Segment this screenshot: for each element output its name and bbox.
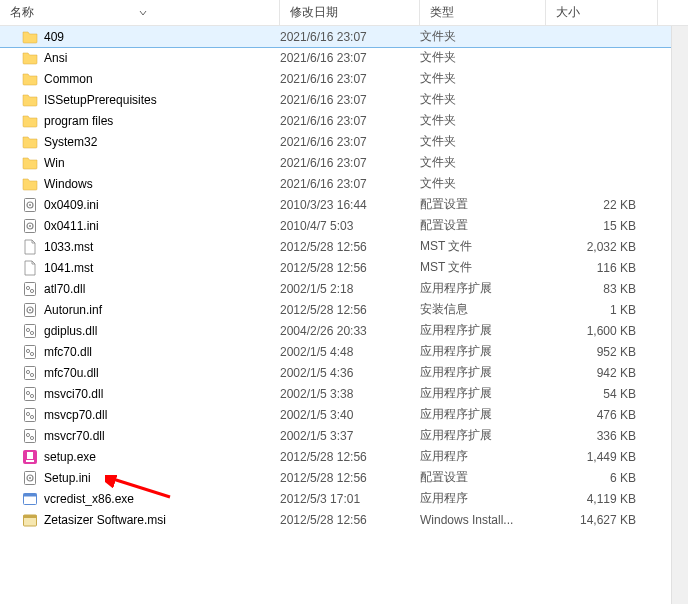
file-row[interactable]: 0x0411.ini2010/4/7 5:03配置设置15 KB xyxy=(0,215,688,236)
file-list: 4092021/6/16 23:07文件夹Ansi2021/6/16 23:07… xyxy=(0,26,688,530)
file-type-cell: 应用程序扩展 xyxy=(420,427,546,444)
file-date-cell: 2012/5/28 12:56 xyxy=(280,261,420,275)
svg-rect-21 xyxy=(25,387,36,400)
file-type-cell: 配置设置 xyxy=(420,469,546,486)
header-name[interactable]: 名称 xyxy=(0,0,280,25)
file-row[interactable]: atl70.dll2002/1/5 2:18应用程序扩展83 KB xyxy=(0,278,688,299)
file-type-cell: 应用程序扩展 xyxy=(420,280,546,297)
file-name-label: 1041.mst xyxy=(44,261,93,275)
file-size-cell: 15 KB xyxy=(546,219,646,233)
file-date-cell: 2012/5/3 17:01 xyxy=(280,492,420,506)
file-row[interactable]: vcredist_x86.exe2012/5/3 17:01应用程序4,119 … xyxy=(0,488,688,509)
vertical-scrollbar[interactable] xyxy=(671,26,688,604)
file-row[interactable]: Windows2021/6/16 23:07文件夹 xyxy=(0,173,688,194)
file-row[interactable]: gdiplus.dll2004/2/26 20:33应用程序扩展1,600 KB xyxy=(0,320,688,341)
chevron-down-icon[interactable] xyxy=(139,9,147,17)
file-type-cell: MST 文件 xyxy=(420,238,546,255)
file-name-label: program files xyxy=(44,114,113,128)
file-row[interactable]: mfc70.dll2002/1/5 4:48应用程序扩展952 KB xyxy=(0,341,688,362)
file-size-cell: 116 KB xyxy=(546,261,646,275)
file-date-cell: 2021/6/16 23:07 xyxy=(280,177,420,191)
header-size[interactable]: 大小 xyxy=(546,0,658,25)
file-size-cell: 14,627 KB xyxy=(546,513,646,527)
file-date-cell: 2021/6/16 23:07 xyxy=(280,93,420,107)
file-row[interactable]: Zetasizer Software.msi2012/5/28 12:56Win… xyxy=(0,509,688,530)
file-size-cell: 54 KB xyxy=(546,387,646,401)
file-date-cell: 2021/6/16 23:07 xyxy=(280,30,420,44)
file-type-cell: 文件夹 xyxy=(420,154,546,171)
file-name-label: msvci70.dll xyxy=(44,387,103,401)
svg-rect-12 xyxy=(25,324,36,337)
file-size-cell: 476 KB xyxy=(546,408,646,422)
ini-icon xyxy=(22,218,38,234)
file-row[interactable]: mfc70u.dll2002/1/5 4:36应用程序扩展942 KB xyxy=(0,362,688,383)
file-icon xyxy=(22,260,38,276)
file-name-label: Win xyxy=(44,156,65,170)
file-row[interactable]: ISSetupPrerequisites2021/6/16 23:07文件夹 xyxy=(0,89,688,110)
file-row[interactable]: 4092021/6/16 23:07文件夹 xyxy=(0,26,688,47)
svg-point-35 xyxy=(29,477,31,479)
file-date-cell: 2012/5/28 12:56 xyxy=(280,303,420,317)
file-date-cell: 2004/2/26 20:33 xyxy=(280,324,420,338)
file-name-label: gdiplus.dll xyxy=(44,324,97,338)
setup-icon xyxy=(22,449,38,465)
file-type-cell: 文件夹 xyxy=(420,133,546,150)
file-row[interactable]: Ansi2021/6/16 23:07文件夹 xyxy=(0,47,688,68)
ini-icon xyxy=(22,470,38,486)
file-type-cell: 文件夹 xyxy=(420,91,546,108)
file-row[interactable]: msvcr70.dll2002/1/5 3:37应用程序扩展336 KB xyxy=(0,425,688,446)
file-date-cell: 2012/5/28 12:56 xyxy=(280,240,420,254)
file-row[interactable]: Autorun.inf2012/5/28 12:56安装信息1 KB xyxy=(0,299,688,320)
file-size-cell: 6 KB xyxy=(546,471,646,485)
file-row[interactable]: Setup.ini2012/5/28 12:56配置设置6 KB xyxy=(0,467,688,488)
file-date-cell: 2010/4/7 5:03 xyxy=(280,219,420,233)
dll-icon xyxy=(22,365,38,381)
folder-icon xyxy=(22,113,38,129)
header-type[interactable]: 类型 xyxy=(420,0,546,25)
file-type-cell: 配置设置 xyxy=(420,196,546,213)
file-name-cell: 1041.mst xyxy=(22,260,280,276)
file-name-cell: System32 xyxy=(22,134,280,150)
file-name-cell: mfc70u.dll xyxy=(22,365,280,381)
file-name-label: Zetasizer Software.msi xyxy=(44,513,166,527)
file-row[interactable]: setup.exe2012/5/28 12:56应用程序1,449 KB xyxy=(0,446,688,467)
file-row[interactable]: Win2021/6/16 23:07文件夹 xyxy=(0,152,688,173)
dll-icon xyxy=(22,323,38,339)
file-row[interactable]: msvcp70.dll2002/1/5 3:40应用程序扩展476 KB xyxy=(0,404,688,425)
file-date-cell: 2021/6/16 23:07 xyxy=(280,156,420,170)
file-type-cell: 应用程序 xyxy=(420,448,546,465)
file-name-cell: Autorun.inf xyxy=(22,302,280,318)
file-name-label: 409 xyxy=(44,30,64,44)
file-name-cell: program files xyxy=(22,113,280,129)
file-row[interactable]: Common2021/6/16 23:07文件夹 xyxy=(0,68,688,89)
file-row[interactable]: 1041.mst2012/5/28 12:56MST 文件116 KB xyxy=(0,257,688,278)
file-type-cell: 应用程序扩展 xyxy=(420,385,546,402)
file-name-label: vcredist_x86.exe xyxy=(44,492,134,506)
svg-point-5 xyxy=(29,225,31,227)
exe-icon xyxy=(22,491,38,507)
file-date-cell: 2021/6/16 23:07 xyxy=(280,135,420,149)
file-name-label: atl70.dll xyxy=(44,282,85,296)
file-type-cell: 安装信息 xyxy=(420,301,546,318)
svg-rect-39 xyxy=(24,515,37,518)
file-name-cell: atl70.dll xyxy=(22,281,280,297)
header-date[interactable]: 修改日期 xyxy=(280,0,420,25)
file-name-cell: msvcp70.dll xyxy=(22,407,280,423)
file-name-label: msvcp70.dll xyxy=(44,408,107,422)
file-size-cell: 83 KB xyxy=(546,282,646,296)
file-name-cell: Zetasizer Software.msi xyxy=(22,512,280,528)
svg-rect-6 xyxy=(25,282,36,295)
file-row[interactable]: System322021/6/16 23:07文件夹 xyxy=(0,131,688,152)
file-row[interactable]: msvci70.dll2002/1/5 3:38应用程序扩展54 KB xyxy=(0,383,688,404)
file-row[interactable]: 0x0409.ini2010/3/23 16:44配置设置22 KB xyxy=(0,194,688,215)
file-date-cell: 2012/5/28 12:56 xyxy=(280,450,420,464)
file-row[interactable]: 1033.mst2012/5/28 12:56MST 文件2,032 KB xyxy=(0,236,688,257)
header-type-label: 类型 xyxy=(430,4,454,21)
file-name-cell: msvci70.dll xyxy=(22,386,280,402)
file-size-cell: 336 KB xyxy=(546,429,646,443)
file-type-cell: 应用程序扩展 xyxy=(420,406,546,423)
file-type-cell: 应用程序扩展 xyxy=(420,343,546,360)
file-row[interactable]: program files2021/6/16 23:07文件夹 xyxy=(0,110,688,131)
file-name-cell: 0x0411.ini xyxy=(22,218,280,234)
svg-rect-31 xyxy=(27,452,33,459)
